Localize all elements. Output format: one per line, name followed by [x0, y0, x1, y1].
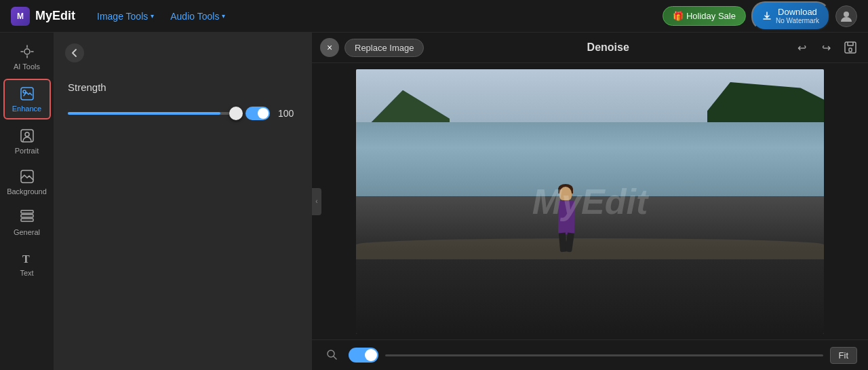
- strength-slider-thumb[interactable]: [229, 107, 243, 120]
- strength-value: 100: [278, 108, 298, 119]
- audio-tools-menu[interactable]: Audio Tools ▾: [165, 8, 231, 24]
- strength-slider-fill: [68, 112, 220, 115]
- strength-slider-track[interactable]: [68, 112, 237, 115]
- close-icon: ×: [327, 42, 332, 53]
- image-tools-menu[interactable]: Image Tools ▾: [92, 8, 159, 24]
- beach-layer: [356, 196, 824, 334]
- image-tools-label: Image Tools: [97, 11, 148, 22]
- sidebar-ai-tools-label: AI Tools: [14, 62, 40, 71]
- zoom-toggle[interactable]: [349, 348, 378, 363]
- fit-button-label: Fit: [839, 350, 848, 360]
- redo-button[interactable]: ↪: [816, 38, 835, 57]
- audio-tools-label: Audio Tools: [170, 11, 219, 22]
- strength-slider-row: 100: [68, 107, 298, 120]
- photo-container: MyEdit: [356, 69, 824, 334]
- svg-text:T: T: [22, 253, 30, 265]
- save-icon: [844, 41, 857, 54]
- zoom-toggle-knob: [365, 349, 377, 361]
- undo-icon: ↩: [797, 41, 806, 54]
- tools-panel: Strength 100 ‹: [54, 33, 312, 370]
- download-button[interactable]: Download No Watermark: [751, 1, 830, 31]
- ai-tools-icon: [19, 43, 35, 60]
- sidebar-text-label: Text: [20, 269, 33, 277]
- replace-image-button[interactable]: Replace Image: [344, 39, 424, 57]
- undo-button[interactable]: ↩: [792, 38, 811, 57]
- sidebar-portrait-label: Portrait: [15, 147, 39, 155]
- main-content: AI Tools Enhance Portrait Background Gen: [0, 33, 868, 370]
- svg-rect-9: [21, 210, 33, 213]
- top-navigation: M MyEdit Image Tools ▾ Audio Tools ▾ 🎁 H…: [0, 0, 868, 33]
- user-avatar-button[interactable]: [835, 5, 857, 27]
- enhance-icon: [19, 86, 35, 102]
- sidebar-enhance-label: Enhance: [12, 105, 41, 113]
- panel-collapse-handle[interactable]: ‹: [312, 188, 321, 215]
- portrait-icon: [19, 128, 35, 144]
- close-button[interactable]: ×: [320, 38, 339, 57]
- download-icon: [762, 12, 772, 21]
- bottom-bar: Fit: [312, 339, 868, 370]
- image-tools-chevron-icon: ▾: [151, 12, 154, 20]
- water-layer: [356, 122, 824, 207]
- sidebar-item-ai-tools[interactable]: AI Tools: [3, 38, 51, 76]
- person-leg-right: [565, 232, 574, 252]
- audio-tools-chevron-icon: ▾: [222, 12, 225, 20]
- strength-toggle[interactable]: [245, 107, 270, 120]
- replace-image-label: Replace Image: [355, 43, 414, 53]
- svg-rect-8: [21, 219, 33, 221]
- svg-point-5: [25, 132, 29, 136]
- sidebar-item-enhance[interactable]: Enhance: [3, 79, 51, 119]
- canvas-title: Denoise: [429, 41, 787, 54]
- download-sublabel: No Watermark: [776, 17, 819, 25]
- svg-point-1: [24, 49, 30, 54]
- redo-icon: ↪: [822, 41, 831, 54]
- holiday-sale-button[interactable]: 🎁 Holiday Sale: [663, 6, 746, 26]
- sidebar-general-label: General: [14, 228, 40, 236]
- app-logo-icon: M: [11, 7, 30, 26]
- sidebar-item-background[interactable]: Background: [3, 163, 51, 201]
- svg-rect-7: [21, 215, 33, 217]
- app-logo-text: MyEdit: [35, 9, 75, 23]
- image-canvas: MyEdit: [312, 63, 868, 339]
- strength-label: Strength: [68, 81, 298, 93]
- sidebar-background-label: Background: [7, 187, 47, 196]
- sidebar: AI Tools Enhance Portrait Background Gen: [0, 33, 54, 370]
- panel-header: [54, 33, 312, 71]
- svg-point-0: [844, 12, 849, 17]
- svg-rect-12: [849, 48, 852, 52]
- sand-layer: [356, 238, 824, 259]
- panel-content: Strength 100: [54, 71, 312, 370]
- image-toolbar: × Replace Image Denoise ↩ ↪: [312, 33, 868, 63]
- svg-point-3: [23, 90, 26, 93]
- download-button-label: Download: [776, 7, 819, 18]
- fit-button[interactable]: Fit: [830, 347, 857, 364]
- person-figure: [553, 180, 580, 255]
- zoom-slider-track[interactable]: [385, 354, 823, 356]
- general-icon: [19, 209, 35, 225]
- image-area: × Replace Image Denoise ↩ ↪: [312, 33, 868, 370]
- photo-background: MyEdit: [356, 69, 824, 334]
- sidebar-item-general[interactable]: General: [3, 204, 51, 242]
- save-button[interactable]: [841, 38, 860, 57]
- sidebar-item-text[interactable]: T Text: [3, 244, 51, 282]
- text-icon: T: [19, 250, 35, 266]
- back-button[interactable]: [65, 43, 84, 62]
- holiday-sale-label: 🎁 Holiday Sale: [673, 11, 736, 21]
- toggle-knob: [258, 108, 269, 119]
- zoom-search-icon[interactable]: [323, 346, 342, 365]
- person-body: [558, 200, 574, 234]
- person-head: [559, 187, 572, 200]
- sidebar-item-portrait[interactable]: Portrait: [3, 122, 51, 160]
- background-icon: [19, 168, 35, 185]
- user-avatar-icon: [840, 10, 852, 22]
